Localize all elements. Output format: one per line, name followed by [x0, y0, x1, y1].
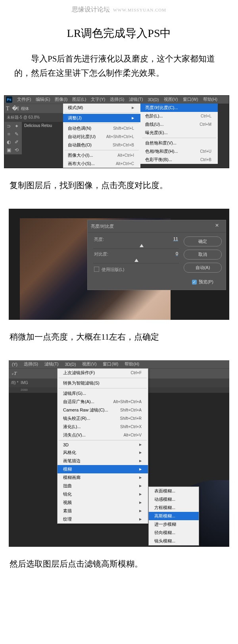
crop-tool-icon[interactable]: ⌗ [5, 131, 12, 138]
blur-menu-item-3[interactable]: 高斯模糊... [149, 512, 199, 520]
caption-2: 稍微加一点亮度，大概在11左右，点确定 [0, 325, 238, 360]
adj-menu-item-5[interactable]: 自然饱和度(V)... [140, 139, 218, 147]
menu-help[interactable]: 帮助(H) [201, 97, 220, 102]
blur-menu-item-2[interactable]: 方框模糊... [149, 504, 199, 512]
ps-screenshot-brightness-dialog: 亮度/对比度 ✕ 亮度:11 对比度:0 使用旧版(L) 确定 取消 自动(A)… [9, 209, 229, 320]
intro-paragraph: 导入PS后首先进行液化以及磨皮，这个大家都知道的，然后在这里讲下怎么制作柔光效果… [0, 52, 238, 95]
adjustments-submenu[interactable]: 亮度/对比度(C)...色阶(L)...Ctrl+L曲线(U)...Ctrl+M… [140, 104, 218, 164]
filter-menu-item-9[interactable]: 消失点(V)...Alt+Ctrl+V [58, 431, 148, 439]
brightness-contrast-dialog[interactable]: 亮度/对比度 ✕ 亮度:11 对比度:0 使用旧版(L) 确定 取消 自动(A)… [87, 220, 226, 290]
filter-menu-item-7[interactable]: 镜头校正(R)...Shift+Ctrl+R [58, 414, 148, 423]
preview-checkbox[interactable]: 预览(P) [184, 279, 222, 285]
image-menu-item-8[interactable]: 图像大小(I)...Alt+Ctrl+I [63, 151, 140, 160]
blur-submenu[interactable]: 表面模糊...动感模糊...方框模糊...高斯模糊...进一步模糊径向模糊...… [148, 486, 199, 546]
image-menu-item-6[interactable]: 自动颜色(O)Shift+Ctrl+B [63, 141, 140, 149]
menu-view[interactable]: 视图(V) [161, 97, 180, 102]
font-select[interactable]: 楷体 [21, 106, 29, 111]
menu-bar[interactable]: Ps 文件(F) 编辑(E) 图像(I) 图层(L) 文字(Y) 选择(S) 滤… [4, 96, 229, 104]
blur-menu-item-1[interactable]: 动感模糊... [149, 495, 199, 504]
filter-menu-dropdown[interactable]: 上次滤镜操作(F)Ctrl+F转换为智能滤镜(S)滤镜库(G)...自适应广角(… [57, 368, 148, 524]
document-tab[interactable]: 未标题-5 @ 63.8% [4, 113, 63, 122]
brush-tool-icon[interactable]: ✐ [13, 138, 20, 146]
filter-menu-item-18[interactable]: 视频 [58, 498, 148, 507]
filter-menu-item-4[interactable]: 滤镜库(G)... [58, 389, 148, 398]
filter-menu-item-16[interactable]: 扭曲 [58, 482, 148, 490]
menu-select[interactable]: 选择(S) [107, 97, 127, 102]
filter-menu-item-8[interactable]: 液化(L)...Shift+Ctrl+X [58, 423, 148, 431]
menu-edit[interactable]: 编辑(E) [33, 97, 52, 102]
ok-button[interactable]: 确定 [184, 236, 222, 246]
contrast-field[interactable]: 对比度:0 [92, 251, 180, 263]
menu-select-3[interactable]: 选择(S) [21, 361, 41, 367]
menu-image[interactable]: 图像(I) [52, 97, 70, 102]
close-icon[interactable]: ✕ [211, 223, 223, 230]
image-menu-item-5[interactable]: 自动对比度(U)Alt+Shift+Ctrl+L [63, 133, 140, 141]
adj-menu-item-6[interactable]: 色相/饱和度(H)...Ctrl+U [140, 147, 218, 156]
menu-filter-3[interactable]: 滤镜(T) [41, 361, 61, 367]
filter-menu-item-17[interactable]: 锐化 [58, 490, 148, 498]
layer-panel-tab[interactable]: Delicious Retou [22, 122, 63, 154]
filter-menu-item-5[interactable]: 自适应广角(A)...Alt+Shift+Ctrl+A [58, 398, 148, 406]
type-tool-icon-3: ₊T [11, 370, 17, 377]
adj-menu-item-1[interactable]: 色阶(L)...Ctrl+L [140, 112, 218, 120]
history-brush-icon[interactable]: ⟲ [13, 146, 20, 154]
caption-3: 然后选取图层后点击滤镜高斯模糊。 [0, 552, 238, 587]
filter-menu-item-6[interactable]: Camera Raw 滤镜(C)...Shift+Ctrl+A [58, 406, 148, 414]
filter-menu-item-0[interactable]: 上次滤镜操作(F)Ctrl+F [58, 369, 148, 377]
filter-menu-item-11[interactable]: 3D [58, 441, 148, 448]
menu-3d-3[interactable]: 3D(D) [61, 362, 79, 367]
caption-1: 复制图层后，找到图像，点击亮度对比度。 [0, 173, 238, 209]
menu-view-3[interactable]: 视图(V) [79, 361, 100, 367]
image-menu-item-0[interactable]: 模式(M) [63, 104, 140, 112]
filter-menu-item-14[interactable]: 模糊 [58, 465, 148, 473]
blur-menu-item-0[interactable]: 表面模糊... [149, 487, 199, 495]
legacy-checkbox[interactable]: 使用旧版(L) [94, 267, 178, 273]
adj-menu-item-7[interactable]: 色彩平衡(B)...Ctrl+B [140, 156, 218, 164]
blur-menu-item-4[interactable]: 进一步模糊 [149, 520, 199, 529]
menu-window-3[interactable]: 窗口(W) [100, 361, 121, 367]
filter-menu-item-20[interactable]: 纹理 [58, 515, 148, 523]
auto-button[interactable]: 自动(A) [184, 263, 222, 273]
blur-menu-item-5[interactable]: 径向模糊... [149, 529, 199, 537]
tab-name[interactable]: IMG [21, 381, 28, 385]
contrast-value[interactable]: 0 [176, 251, 178, 257]
stamp-tool-icon[interactable]: ▣ [5, 146, 12, 154]
brightness-slider[interactable] [93, 243, 179, 249]
contrast-label: 对比度: [94, 251, 108, 257]
filter-menu-item-12[interactable]: 风格化 [58, 448, 148, 457]
menu-partial[interactable]: (Y) [9, 362, 21, 367]
adj-menu-item-0[interactable]: 亮度/对比度(C)... [140, 104, 218, 112]
brightness-value[interactable]: 11 [173, 236, 178, 242]
image-menu-item-2[interactable]: 调整(J) [63, 114, 140, 122]
contrast-slider[interactable] [93, 258, 179, 263]
menu-layer[interactable]: 图层(L) [70, 97, 88, 102]
filter-menu-item-15[interactable]: 模糊画廊 [58, 473, 148, 482]
image-menu-item-9[interactable]: 画布大小(S)...Alt+Ctrl+C [63, 160, 140, 168]
filter-menu-item-2[interactable]: 转换为智能滤镜(S) [58, 379, 148, 387]
menu-file[interactable]: 文件(F) [15, 97, 33, 102]
tool-palette[interactable]: ⊃✦ ⌗✎ ◐✐ ▣⟲ [4, 122, 22, 154]
menu-help-3[interactable]: 帮助(H) [121, 361, 142, 367]
brightness-field[interactable]: 亮度:11 [92, 236, 180, 249]
orientation-icon[interactable]: �ī [12, 105, 19, 112]
menu-filter[interactable]: 滤镜(T) [127, 97, 145, 102]
lasso-tool-icon[interactable]: ⊃ [5, 123, 12, 130]
ps-app-icon: Ps [6, 96, 12, 103]
ps-screenshot-image-menu: Ps 文件(F) 编辑(E) 图像(I) 图层(L) 文字(Y) 选择(S) 滤… [4, 95, 229, 168]
menu-3d[interactable]: 3D(D) [146, 97, 161, 102]
quickselect-tool-icon[interactable]: ✦ [13, 123, 20, 130]
heal-tool-icon[interactable]: ◐ [5, 138, 12, 146]
filter-menu-item-19[interactable]: 素描 [58, 507, 148, 515]
filter-menu-item-13[interactable]: 画笔描边 [58, 457, 148, 465]
adj-menu-item-2[interactable]: 曲线(U)...Ctrl+M [140, 120, 218, 129]
cancel-button[interactable]: 取消 [184, 250, 222, 260]
menu-window[interactable]: 窗口(W) [180, 97, 201, 102]
adj-menu-item-3[interactable]: 曝光度(E)... [140, 129, 218, 137]
image-menu-item-4[interactable]: 自动色调(N)Shift+Ctrl+L [63, 124, 140, 133]
eyedropper-tool-icon[interactable]: ✎ [13, 131, 20, 138]
blur-menu-item-6[interactable]: 镜头模糊... [149, 537, 199, 545]
image-menu-dropdown[interactable]: 模式(M)调整(J)自动色调(N)Shift+Ctrl+L自动对比度(U)Alt… [63, 104, 140, 168]
menu-type[interactable]: 文字(Y) [88, 97, 107, 102]
menu-bar-3[interactable]: (Y) 选择(S) 滤镜(T) 3D(D) 视图(V) 窗口(W) 帮助(H) [9, 360, 229, 368]
watermark: 思缘设计论坛WWW.MISSYUAN.COM [0, 0, 238, 17]
